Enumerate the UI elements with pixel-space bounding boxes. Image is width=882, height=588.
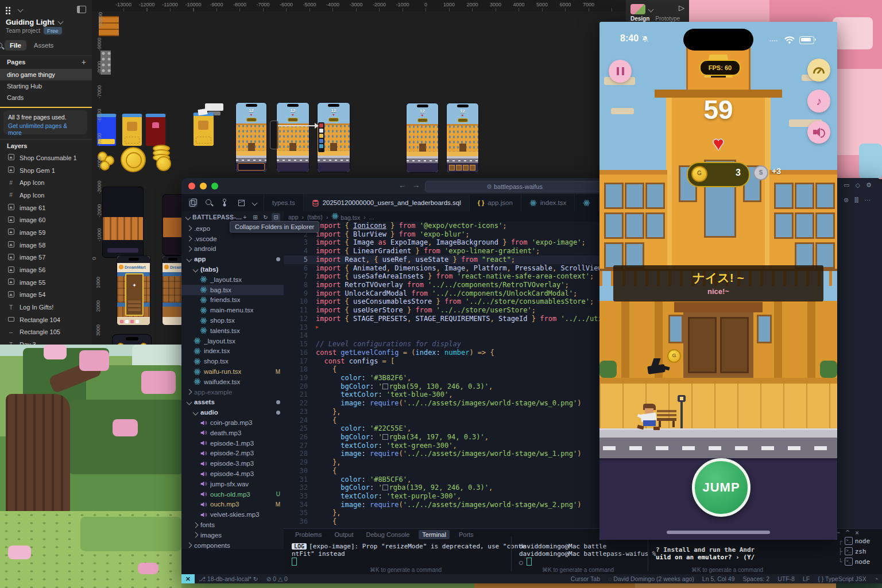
canvas-stone-tile[interactable] [100, 51, 111, 75]
new-folder-icon[interactable]: ⊞ [251, 213, 260, 222]
layer-item[interactable]: image 61 [0, 202, 92, 214]
nav-back-icon[interactable]: ← [399, 181, 406, 189]
file-tree-item[interactable]: coin-grab.mp3 [181, 417, 284, 428]
canvas-card-red[interactable] [145, 114, 166, 146]
search-icon[interactable] [0, 41, 5, 51]
file-tree-item[interactable]: _layout.tsx [181, 336, 284, 346]
explorer-icon[interactable] [188, 198, 198, 207]
figma-logo[interactable] [6, 6, 22, 16]
canvas-phone-dark-2[interactable] [163, 194, 182, 256]
cursor-tab-status[interactable]: Cursor Tab [567, 575, 604, 582]
file-tree-item[interactable]: images [181, 530, 284, 540]
file-tree-item[interactable]: android [181, 244, 284, 254]
jump-button[interactable]: JUMP [692, 458, 751, 517]
panel-maximize-icon[interactable]: ^ [846, 529, 850, 536]
more-actions-icon[interactable]: ⋯ [864, 196, 871, 204]
canvas-phone-dark-1[interactable] [102, 187, 144, 258]
encoding-status[interactable]: UTF-8 [773, 575, 799, 582]
tab-prototype[interactable]: Prototype [655, 16, 680, 22]
file-tree-item[interactable]: episode-2.mp3 [181, 448, 284, 459]
cursor-position-status[interactable]: Ln 5, Col 49 [698, 575, 739, 582]
editor-tab[interactable]: types.ts [264, 194, 304, 211]
tab-design[interactable]: Design [630, 16, 649, 22]
canvas-card-yellow-2[interactable] [193, 113, 214, 146]
file-tree-item[interactable]: ouch-old.mp3U [181, 489, 284, 500]
project-name[interactable]: Guiding Light [6, 18, 63, 26]
nav-forward-icon[interactable]: → [412, 181, 420, 189]
editor-tab[interactable]: 20250120000000_users_and_leaderboards.sq… [304, 194, 470, 211]
upgrade-link[interactable]: Get unlimited pages & more [8, 122, 83, 136]
canvas-medallion[interactable] [121, 147, 146, 172]
editor-tab[interactable]: index.tsx [521, 194, 575, 211]
page-item[interactable]: Cards [0, 92, 92, 103]
terminal-tab[interactable]: Terminal [419, 530, 450, 539]
layer-item[interactable]: image 56 [0, 264, 92, 276]
breadcrumb-item[interactable]: ... [369, 214, 374, 220]
canvas-selection-box[interactable] [270, 121, 278, 149]
layer-item[interactable]: image 60 [0, 214, 92, 226]
settings-gear-icon[interactable]: ⚙ [866, 181, 872, 189]
layer-item[interactable]: Shop Gem 1 [0, 164, 92, 177]
terminal-log-pane[interactable]: LOG[expo-image]: Prop "resizeMode" is de… [292, 543, 502, 566]
editor-tab-partial[interactable] [575, 194, 599, 211]
thumbnail-chevron-icon[interactable] [648, 7, 654, 13]
layer-item[interactable]: image 59 [0, 226, 92, 239]
panel-close-icon[interactable]: ✕ [855, 529, 859, 536]
extensions-icon[interactable] [237, 198, 246, 207]
breadcrumb-item[interactable]: bag.tsx [331, 212, 360, 221]
layer-item[interactable]: --Rectangle 105 [0, 326, 92, 339]
notifications-bell-icon[interactable]: ◔ [871, 575, 882, 582]
react-tab-icon[interactable]: ⊛ [844, 196, 849, 204]
collapse-folders-icon[interactable]: ⊟ [272, 213, 280, 222]
layer-item[interactable]: Shop Consumable 1 [0, 152, 92, 164]
breadcrumb-item[interactable]: app [288, 214, 299, 220]
add-page-button[interactable]: + [82, 57, 86, 67]
canvas-card-yellow[interactable] [122, 114, 142, 146]
split-editor-icon[interactable]: ⫿⫿ [854, 196, 858, 204]
file-tree-item[interactable]: assets [181, 397, 284, 408]
search-panel-icon[interactable] [204, 198, 214, 207]
file-tree-item[interactable]: shop.tsx [181, 315, 284, 326]
file-tree-item[interactable]: components [181, 540, 284, 549]
close-window-button[interactable] [188, 183, 195, 189]
file-tree-item[interactable]: shop.tsx [181, 356, 284, 366]
file-tree-item[interactable]: death.mp3 [181, 428, 284, 438]
terminal-prompt-pane[interactable]: ? Install and run the Andr uild on an em… [656, 546, 828, 561]
explorer-root[interactable]: BATTLEPASS-... [192, 214, 242, 220]
file-tree-item[interactable]: audio [181, 407, 284, 417]
layer-item[interactable]: #App Icon [0, 176, 92, 189]
sidebar-divider[interactable] [0, 107, 92, 108]
file-tree-item[interactable]: episode-4.mp3 [181, 469, 284, 479]
page-item[interactable]: dino game thingy [0, 69, 92, 80]
maximize-window-button[interactable] [211, 183, 218, 189]
pause-button[interactable] [609, 60, 632, 83]
git-blame-status[interactable]: ◌ David Domingo (2 weeks ago) [604, 575, 698, 582]
panel-toggle-icon[interactable] [77, 6, 86, 13]
problems-status[interactable]: ⊘ 0 △ 0 [262, 575, 292, 582]
chevron-down-icon[interactable] [252, 200, 258, 206]
terminal-process[interactable]: ┌>_node [838, 536, 870, 546]
terminal-tab[interactable]: Ports [455, 530, 477, 539]
file-tree-item[interactable]: waifudex.tsx [181, 377, 284, 387]
canvas-game-mockup[interactable]: 12♥ [446, 103, 479, 173]
breadcrumb-item[interactable]: (tabs) [307, 214, 323, 220]
layer-item[interactable]: image 54 [0, 289, 92, 301]
file-tree-item[interactable]: fonts [181, 520, 284, 530]
canvas-phone-shop-2[interactable]: DreamMart [162, 256, 184, 326]
workspace-search-bar[interactable]: ⚙ battlepass-waifus [425, 181, 604, 192]
file-tree-item[interactable]: .vscode [181, 234, 284, 244]
speed-gauge-button[interactable] [807, 59, 830, 82]
breadcrumb[interactable]: app›(tabs)› bag.tsx›... [288, 212, 374, 221]
file-tree-item[interactable]: index.tsx [181, 346, 284, 357]
file-tree-item[interactable]: friends.tsx [181, 295, 284, 305]
file-tree-item[interactable]: waifu-run.tsxM [181, 366, 284, 377]
remote-indicator[interactable]: ✕ [181, 574, 195, 583]
terminal-tab[interactable]: Debug Console [363, 530, 413, 539]
file-tree-item[interactable]: episode-3.mp3 [181, 458, 284, 469]
file-tree-item[interactable]: (tabs) [181, 264, 284, 274]
file-tree-item[interactable]: main-menu.tsx [181, 305, 284, 315]
git-branch-status[interactable]: ⎇ 18-db-and-local* ↻ [195, 575, 262, 582]
eol-status[interactable]: LF [799, 575, 814, 582]
editor-tab[interactable]: { }app.json [470, 194, 521, 211]
file-tree-item[interactable]: episode-1.mp3 [181, 438, 284, 448]
